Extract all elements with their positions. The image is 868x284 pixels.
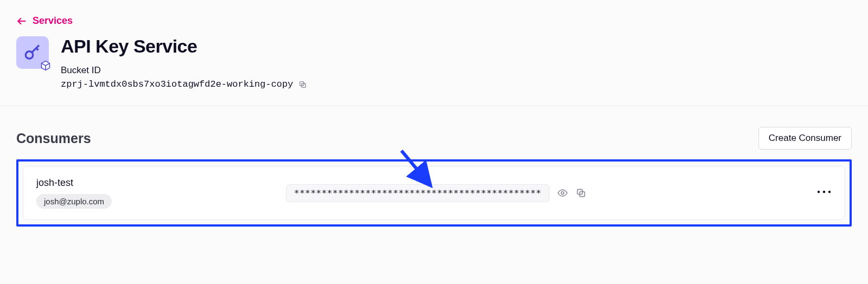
create-consumer-button[interactable]: Create Consumer bbox=[758, 127, 852, 150]
eye-icon[interactable] bbox=[557, 188, 568, 198]
consumer-card[interactable]: josh-test josh@zuplo.com ***************… bbox=[23, 166, 845, 220]
svg-line-3 bbox=[36, 48, 39, 50]
consumer-card-highlight: josh-test josh@zuplo.com ***************… bbox=[16, 159, 852, 227]
page-title: API Key Service bbox=[61, 36, 307, 56]
svg-point-12 bbox=[828, 191, 831, 193]
svg-point-1 bbox=[25, 51, 33, 59]
header-section: Services API Key Service Bucket ID zprj-… bbox=[0, 0, 868, 106]
title-row: API Key Service Bucket ID zprj-lvmtdx0sb… bbox=[16, 36, 852, 89]
copy-icon[interactable] bbox=[298, 80, 307, 89]
more-menu-icon[interactable] bbox=[816, 186, 832, 197]
service-key-icon bbox=[16, 36, 49, 69]
consumers-title: Consumers bbox=[16, 131, 91, 146]
consumer-name: josh-test bbox=[36, 177, 286, 189]
consumers-section: Consumers Create Consumer josh-test josh… bbox=[0, 106, 868, 237]
consumer-actions bbox=[806, 186, 832, 199]
breadcrumb: Services bbox=[16, 15, 852, 27]
copy-key-icon[interactable] bbox=[576, 188, 586, 198]
svg-point-7 bbox=[561, 192, 564, 195]
bucket-id-value: zprj-lvmtdx0sbs7xo3iotagwfd2e-working-co… bbox=[61, 79, 293, 89]
title-text-block: API Key Service Bucket ID zprj-lvmtdx0sb… bbox=[61, 36, 307, 89]
consumer-key-area: ****************************************… bbox=[286, 184, 806, 202]
consumer-email-badge: josh@zuplo.com bbox=[36, 194, 112, 209]
svg-point-11 bbox=[823, 191, 825, 193]
cube-badge-icon bbox=[40, 60, 51, 71]
back-arrow-icon[interactable] bbox=[16, 16, 27, 27]
breadcrumb-services-link[interactable]: Services bbox=[33, 15, 73, 27]
svg-point-10 bbox=[818, 191, 820, 193]
consumers-header: Consumers Create Consumer bbox=[16, 127, 852, 150]
bucket-id-label: Bucket ID bbox=[61, 65, 307, 76]
masked-api-key: ****************************************… bbox=[286, 184, 550, 202]
bucket-id-row: zprj-lvmtdx0sbs7xo3iotagwfd2e-working-co… bbox=[61, 79, 307, 89]
consumer-info: josh-test josh@zuplo.com bbox=[36, 177, 286, 209]
